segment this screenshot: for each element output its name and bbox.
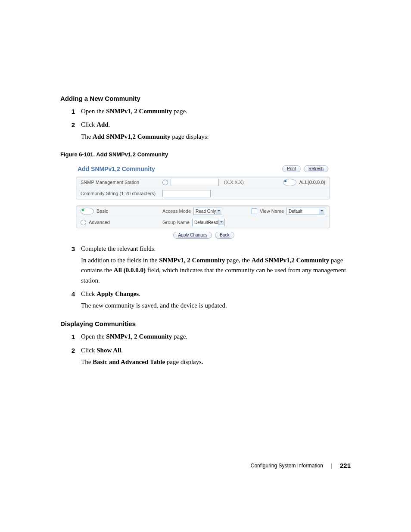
select-access-mode[interactable]: Read Only bbox=[193, 208, 222, 215]
radio-all-ip[interactable] bbox=[283, 179, 296, 186]
step-text: In addition to the fields in the SNMPv1,… bbox=[81, 255, 351, 286]
back-button[interactable]: Back bbox=[215, 232, 234, 239]
radio-specific-ip[interactable] bbox=[162, 180, 168, 185]
apply-changes-button[interactable]: Apply Changes bbox=[173, 232, 212, 239]
steps-displaying: 1 Open the SNMPv1, 2 Community page. 2 C… bbox=[60, 332, 351, 369]
step-number: 2 bbox=[60, 120, 81, 143]
label-group-name: Group Name bbox=[162, 220, 190, 225]
step-text: Open the SNMPv1, 2 Community page. bbox=[81, 106, 187, 116]
step-number: 2 bbox=[60, 345, 81, 369]
label-community-string: Community String (1-20 characters) bbox=[81, 191, 162, 196]
steps-adding: 1 Open the SNMPv1, 2 Community page. 2 C… bbox=[60, 106, 351, 143]
step-text: The Basic and Advanced Table page displa… bbox=[81, 357, 203, 367]
step-text: The Add SNMPv1,2 Community page displays… bbox=[81, 132, 209, 142]
step-number: 3 bbox=[60, 244, 81, 287]
label-view-name: View Name bbox=[260, 208, 284, 214]
step-text: The new community is saved, and the devi… bbox=[81, 301, 227, 311]
step-text: Click Show All. bbox=[81, 345, 203, 355]
footer-chapter: Configuring System Information bbox=[251, 463, 323, 469]
step-text: Open the SNMPv1, 2 Community page. bbox=[81, 332, 187, 342]
steps-adding-cont: 3 Complete the relevant fields. In addit… bbox=[60, 244, 351, 313]
chevron-down-icon bbox=[218, 220, 224, 225]
step-number: 1 bbox=[60, 332, 81, 343]
hint-ip-format: (X.X.X.X) bbox=[224, 180, 244, 185]
radio-advanced[interactable] bbox=[81, 220, 86, 225]
label-snmp-station: SNMP Management Station bbox=[81, 180, 162, 185]
radio-basic[interactable] bbox=[81, 208, 94, 215]
step-text: Click Apply Changes. bbox=[81, 289, 227, 299]
screenshot-title: Add SNMPv1,2 Community bbox=[78, 165, 155, 172]
label-all-ip: ALL(0.0.0.0) bbox=[299, 180, 325, 185]
checkbox-view-name[interactable] bbox=[252, 208, 257, 214]
panel-station: SNMP Management Station (X.X.X.X) ALL(0.… bbox=[76, 177, 330, 199]
heading-displaying-communities: Displaying Communities bbox=[60, 320, 351, 327]
chevron-down-icon bbox=[319, 208, 324, 214]
label-advanced: Advanced bbox=[89, 220, 110, 225]
screenshot-add-snmp-community: Add SNMPv1,2 Community Print Refresh SNM… bbox=[76, 164, 330, 239]
footer-page-number: 221 bbox=[340, 462, 351, 469]
figure-caption: Figure 6-101. Add SNMPv1,2 Community bbox=[60, 151, 351, 158]
label-access-mode: Access Mode bbox=[162, 208, 191, 214]
print-button[interactable]: Print bbox=[282, 165, 301, 172]
select-group-name[interactable]: DefaultRead bbox=[192, 219, 225, 226]
page-footer: Configuring System Information | 221 bbox=[251, 462, 351, 469]
input-ip-address[interactable] bbox=[171, 179, 219, 186]
chevron-down-icon bbox=[216, 208, 221, 214]
footer-separator: | bbox=[331, 463, 332, 469]
step-number: 1 bbox=[60, 106, 81, 118]
select-view-name[interactable]: Default bbox=[286, 208, 325, 215]
panel-mode: Basic Access Mode Read Only View Name De… bbox=[76, 205, 330, 228]
step-text: Complete the relevant fields. bbox=[81, 244, 351, 254]
heading-adding-community: Adding a New Community bbox=[60, 95, 351, 102]
refresh-button[interactable]: Refresh bbox=[304, 165, 328, 172]
step-text: Click Add. bbox=[81, 120, 209, 130]
label-basic: Basic bbox=[97, 208, 108, 214]
input-community-string[interactable] bbox=[162, 190, 211, 197]
step-number: 4 bbox=[60, 289, 81, 313]
